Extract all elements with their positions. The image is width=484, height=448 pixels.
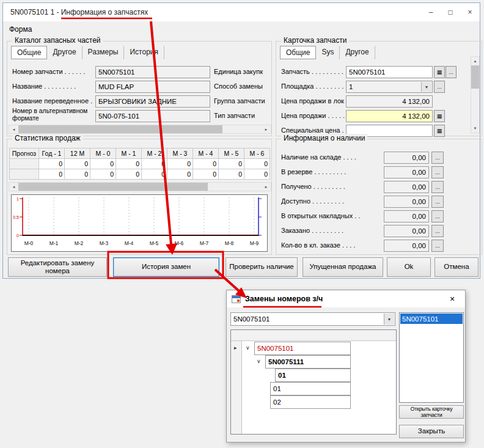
special-price-calc-icon[interactable]: ▦ bbox=[434, 125, 445, 137]
part-ellipsis-button[interactable]: ... bbox=[446, 66, 457, 78]
site-ellipsis-button[interactable]: ... bbox=[434, 81, 445, 93]
scroll-down-icon[interactable]: ▼ bbox=[471, 124, 479, 133]
table-cell: 0 bbox=[65, 159, 90, 169]
part-number-field[interactable]: 5N0075101 bbox=[95, 66, 210, 78]
scroll-thumb[interactable] bbox=[471, 65, 479, 89]
form-icon bbox=[232, 295, 241, 303]
reserved-ellipsis-button[interactable]: ... bbox=[431, 166, 444, 178]
received-ellipsis-button[interactable]: ... bbox=[431, 181, 444, 193]
tree-node[interactable]: 01 bbox=[270, 382, 351, 395]
tab-catalog-istoriya[interactable]: История bbox=[124, 46, 164, 59]
expander-icon[interactable]: ∨ bbox=[257, 358, 261, 364]
edit-replacement-button[interactable]: Редактировать замену номера bbox=[8, 257, 107, 277]
scroll-thumb[interactable] bbox=[18, 183, 208, 191]
history-replacements-button[interactable]: История замен bbox=[113, 257, 219, 277]
catalog-groupbox: Каталог запасных частей Общие Другое Раз… bbox=[7, 41, 272, 136]
scroll-right-icon[interactable]: ► bbox=[262, 183, 271, 191]
scroll-left-icon[interactable]: ◄ bbox=[9, 183, 18, 191]
left-tick-label: 0 bbox=[16, 233, 19, 238]
sales-chart-svg: 1 0,5 0 М-0 М-1 М-2 М-3 М-4 М-5 bbox=[12, 195, 267, 251]
maximize-icon[interactable]: □ bbox=[441, 3, 460, 21]
column-header: М - 6 bbox=[244, 149, 270, 159]
lost-sale-button[interactable]: Упущенная продажа bbox=[302, 257, 383, 277]
ordered-ellipsis-button[interactable]: ... bbox=[431, 225, 444, 237]
tree-node-current[interactable]: 01 bbox=[275, 369, 351, 382]
local-price-label: Цена продажи в лок. вал. . bbox=[281, 97, 345, 105]
scroll-left-icon[interactable]: ◄ bbox=[9, 125, 18, 133]
part-field[interactable]: 5N0075101 bbox=[346, 66, 433, 78]
received-field: 0,00 bbox=[384, 181, 429, 193]
scroll-right-icon[interactable]: ► bbox=[262, 125, 271, 133]
stock-field: 0,00 bbox=[384, 152, 429, 164]
name-field[interactable]: MUD FLAP bbox=[95, 81, 210, 93]
client-order-qty-label: Кол-во в кл. заказе . . . . bbox=[281, 241, 381, 249]
tree-node-root[interactable]: 5N0075101 bbox=[254, 342, 351, 355]
part-number-combobox[interactable]: 5N0075101 ▼ bbox=[230, 312, 395, 326]
table-cell: 0 bbox=[39, 169, 65, 180]
availability-group-title: Информация о наличии bbox=[281, 134, 367, 142]
check-availability-button[interactable]: Проверить наличие bbox=[226, 257, 298, 277]
name-label: Название . . . . . . . . . bbox=[12, 83, 94, 90]
ok-button[interactable]: Ok bbox=[387, 257, 431, 277]
translated-name-label: Название переведенное . bbox=[12, 97, 94, 105]
tab-catalog-obshchie[interactable]: Общие bbox=[11, 46, 47, 59]
expander-icon[interactable]: ∨ bbox=[246, 345, 250, 351]
catalog-hscrollbar[interactable]: ◄ ► bbox=[9, 125, 271, 134]
scroll-track[interactable] bbox=[18, 183, 262, 191]
client-order-qty-ellipsis-button[interactable]: ... bbox=[431, 240, 444, 252]
open-invoices-ellipsis-button[interactable]: ... bbox=[431, 210, 444, 222]
scroll-track[interactable] bbox=[18, 125, 262, 133]
tab-card-obshchie[interactable]: Общие bbox=[280, 46, 316, 59]
tab-catalog-razmery[interactable]: Размеры bbox=[82, 46, 125, 59]
menu-item-form[interactable]: Форма bbox=[3, 24, 38, 35]
parts-listbox[interactable]: 5N0075101 bbox=[399, 312, 464, 403]
column-header: М - 1 bbox=[116, 149, 142, 159]
close-icon[interactable]: × bbox=[460, 3, 480, 21]
part-lookup-grid-icon[interactable]: ▦ bbox=[434, 66, 445, 78]
cancel-button[interactable]: Отмена bbox=[435, 257, 479, 277]
menubar: Форма bbox=[3, 21, 480, 37]
sales-chart: 1 0,5 0 М-0 М-1 М-2 М-3 М-4 М-5 bbox=[11, 194, 268, 252]
close-dialog-button[interactable]: Закрыть bbox=[399, 425, 464, 438]
tree-node[interactable]: 02 bbox=[270, 395, 351, 409]
stats-hscrollbar[interactable]: ◄ ► bbox=[9, 182, 271, 191]
table-cell: 0 bbox=[244, 159, 270, 169]
open-part-card-button[interactable]: Открыть карточку запчасти bbox=[399, 405, 464, 419]
replacements-tree[interactable]: ▸ ∨ 5N0075101 ∨ 5N0075111 01 01 02 bbox=[230, 329, 397, 435]
site-combobox[interactable]: 1 ▼ bbox=[346, 81, 433, 93]
alt-format-field[interactable]: 5N0-075-101 bbox=[95, 110, 210, 122]
sale-price-calc-icon[interactable]: ▦ bbox=[434, 110, 445, 122]
reserved-label: В резерве . . . . . . . . . bbox=[281, 168, 381, 175]
dropdown-arrow-icon[interactable]: ▼ bbox=[384, 314, 394, 325]
tab-catalog-drugoe[interactable]: Другое bbox=[47, 46, 82, 59]
sales-stats-table[interactable]: Прогноз Год - 1 12 М М - 0 М - 1 М - 2 М… bbox=[9, 148, 270, 180]
x-tick-label: М-7 bbox=[200, 240, 209, 246]
table-cell: 0 bbox=[142, 159, 167, 169]
scroll-track[interactable] bbox=[471, 65, 479, 124]
translated-name-field[interactable]: БРЫЗГОВИКИ ЗАДНИЕ bbox=[95, 95, 210, 108]
column-header: Прогноз bbox=[10, 149, 39, 159]
tab-card-sys[interactable]: Sys bbox=[316, 46, 340, 59]
part-group-label: Группа запчасти bbox=[214, 97, 270, 105]
catalog-group-title: Каталог запасных частей bbox=[12, 36, 103, 45]
dialog-close-icon[interactable]: × bbox=[446, 293, 459, 305]
alt-format-label: Номер в альтернативном формате bbox=[12, 108, 93, 122]
scroll-thumb[interactable] bbox=[18, 125, 222, 133]
sale-price-field[interactable]: 4 132,00 bbox=[346, 110, 433, 122]
local-price-field: 4 132,00 bbox=[346, 95, 433, 108]
available-label: Доступно . . . . . . . . . bbox=[281, 197, 381, 205]
dropdown-arrow-icon[interactable]: ▼ bbox=[421, 82, 431, 92]
card-vscrollbar[interactable]: ▲ ▼ bbox=[471, 56, 480, 133]
scroll-up-icon[interactable]: ▲ bbox=[471, 57, 479, 65]
table-cell: 0 bbox=[90, 169, 116, 180]
tree-node-replacement[interactable]: 5N0075111 bbox=[265, 355, 351, 369]
stock-ellipsis-button[interactable]: ... bbox=[431, 152, 444, 164]
column-header: М - 3 bbox=[167, 149, 193, 159]
minimize-icon[interactable]: – bbox=[421, 3, 441, 21]
tab-card-drugoe[interactable]: Другое bbox=[340, 46, 375, 59]
tree-column-header bbox=[231, 330, 396, 341]
available-ellipsis-button[interactable]: ... bbox=[431, 196, 444, 208]
column-header: М - 4 bbox=[193, 149, 219, 159]
table-cell: 0 bbox=[65, 169, 90, 180]
list-item-selected[interactable]: 5N0075101 bbox=[400, 314, 463, 324]
